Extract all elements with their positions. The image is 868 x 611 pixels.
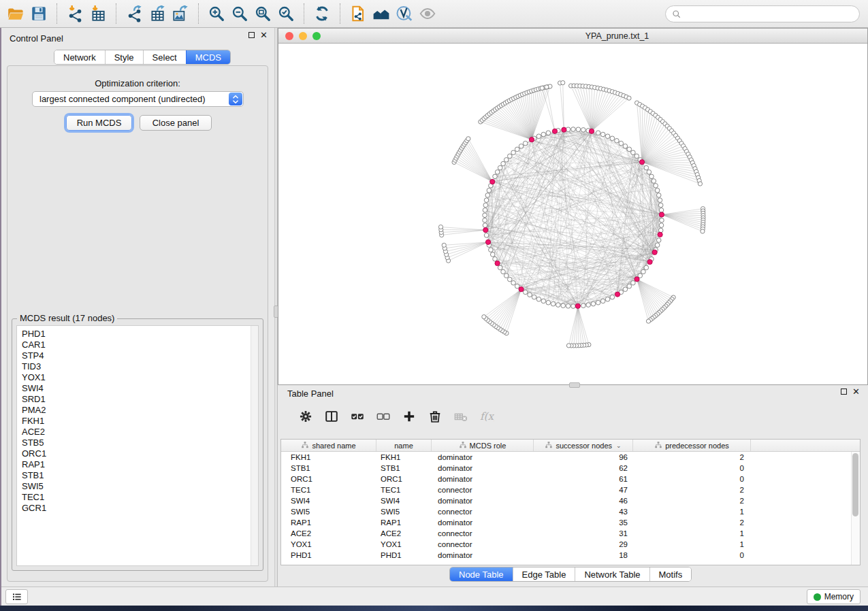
table-settings-gear-icon[interactable] xyxy=(293,407,319,426)
mcds-result-item[interactable]: YOX1 xyxy=(22,372,258,383)
search-input[interactable] xyxy=(685,9,854,19)
add-column-icon[interactable] xyxy=(396,407,422,426)
mcds-result-item[interactable]: SRD1 xyxy=(22,394,258,405)
table-cell: dominator xyxy=(432,463,534,474)
table-row[interactable]: PHD1PHD1dominator180 xyxy=(281,550,860,561)
mcds-result-item[interactable]: SWI4 xyxy=(22,383,258,394)
mcds-result-item[interactable]: GCR1 xyxy=(22,503,258,514)
list-scrollbar[interactable] xyxy=(251,326,258,565)
memory-button[interactable]: Memory xyxy=(807,589,861,604)
mcds-result-item[interactable]: PHD1 xyxy=(22,329,258,340)
zoom-selected-icon[interactable] xyxy=(274,3,298,24)
table-cell: 35 xyxy=(534,517,633,528)
import-network-icon[interactable] xyxy=(63,3,86,24)
mcds-result-item[interactable]: PMA2 xyxy=(22,405,258,416)
tab-select[interactable]: Select xyxy=(143,50,186,64)
run-mcds-button[interactable]: Run MCDS xyxy=(66,115,132,131)
zoom-in-icon[interactable] xyxy=(205,3,228,24)
export-image-icon[interactable] xyxy=(169,3,192,24)
export-table-icon[interactable] xyxy=(146,3,169,24)
table-row[interactable]: STB1STB1dominator620 xyxy=(281,463,860,474)
select-all-icon[interactable] xyxy=(344,407,370,426)
table-row[interactable]: TEC1TEC1connector472 xyxy=(281,484,860,495)
scrollbar-thumb[interactable] xyxy=(852,453,858,516)
open-file-icon[interactable] xyxy=(4,3,27,24)
search-field[interactable] xyxy=(665,5,860,22)
table-cell: 1 xyxy=(633,528,751,539)
save-session-icon[interactable] xyxy=(27,3,50,24)
table-row[interactable]: SWI5SWI5connector431 xyxy=(281,506,860,517)
table-scrollbar[interactable] xyxy=(851,452,860,565)
panel-menu-button[interactable] xyxy=(5,589,28,604)
table-row[interactable]: ACE2ACE2connector311 xyxy=(281,528,860,539)
table-cell: RAP1 xyxy=(376,517,432,528)
table-cell: ACE2 xyxy=(376,528,432,539)
column-header-successor-nodes[interactable]: successor nodes⌄ xyxy=(534,440,633,451)
tab-style[interactable]: Style xyxy=(105,50,143,64)
delete-column-icon[interactable] xyxy=(422,407,448,426)
network-canvas[interactable] xyxy=(278,44,867,384)
network-window-title: YPA_prune.txt_1 xyxy=(278,29,867,44)
zoom-out-icon[interactable] xyxy=(228,3,251,24)
network-overview-icon[interactable] xyxy=(370,3,393,24)
hide-graphics-details-icon[interactable] xyxy=(393,3,416,24)
float-table-panel-icon[interactable] xyxy=(841,389,847,395)
mcds-result-item[interactable]: STP4 xyxy=(22,350,258,361)
sort-chevron-icon[interactable]: ⌄ xyxy=(616,442,622,449)
table-cell: 18 xyxy=(534,550,633,561)
criterion-selected-value: largest connected component (undirected) xyxy=(39,94,206,104)
mcds-result-item[interactable]: TID3 xyxy=(22,361,258,372)
tab-network-table[interactable]: Network Table xyxy=(575,567,649,581)
shared-column-icon xyxy=(545,441,553,450)
mcds-result-item[interactable]: FKH1 xyxy=(22,416,258,427)
network-file-icon[interactable] xyxy=(347,3,370,24)
mcds-result-item[interactable]: SWI5 xyxy=(22,481,258,492)
horizontal-splitter-grip[interactable] xyxy=(569,382,580,388)
export-network-icon[interactable] xyxy=(123,3,146,24)
float-panel-icon[interactable] xyxy=(248,32,255,38)
table-cell: 1 xyxy=(633,539,751,550)
tab-motifs[interactable]: Motifs xyxy=(649,567,692,581)
mcds-result-item[interactable]: RAP1 xyxy=(22,459,258,470)
column-header-MCDS-role[interactable]: MCDS role xyxy=(432,440,534,451)
import-table-icon[interactable] xyxy=(86,3,110,24)
deselect-all-icon[interactable] xyxy=(370,407,396,426)
mcds-result-item[interactable]: ACE2 xyxy=(22,427,258,437)
mcds-result-item[interactable]: TEC1 xyxy=(22,492,258,503)
table-cell: 47 xyxy=(534,484,633,495)
close-panel-icon[interactable]: ✕ xyxy=(260,32,268,38)
optimization-criterion-select[interactable]: largest connected component (undirected) xyxy=(32,91,244,107)
column-header-shared-name[interactable]: shared name xyxy=(281,440,376,451)
table-row[interactable]: SWI4SWI4dominator462 xyxy=(281,495,860,506)
status-bar: Memory xyxy=(0,587,868,606)
table-cell: connector xyxy=(432,528,534,539)
mcds-result-item[interactable]: CAR1 xyxy=(22,340,258,350)
table-cell: ACE2 xyxy=(281,528,376,539)
table-row[interactable]: YOX1YOX1connector291 xyxy=(281,539,860,550)
table-cell: 2 xyxy=(633,484,751,495)
tab-network[interactable]: Network xyxy=(54,50,105,64)
control-panel-tabs: NetworkStyleSelectMCDS xyxy=(54,50,231,65)
table-panel-title: Table Panel xyxy=(287,389,334,399)
table-row[interactable]: RAP1RAP1dominator352 xyxy=(281,517,860,528)
column-header-predecessor-nodes[interactable]: predecessor nodes xyxy=(633,440,751,451)
mcds-result-item[interactable]: STB5 xyxy=(22,437,258,448)
toolbar-separator xyxy=(304,3,304,24)
column-label: predecessor nodes xyxy=(665,442,729,450)
mcds-result-item[interactable]: ORC1 xyxy=(22,448,258,459)
memory-status-icon xyxy=(814,593,821,601)
search-icon xyxy=(671,9,681,19)
close-table-panel-icon[interactable]: ✕ xyxy=(852,389,860,395)
table-row[interactable]: FKH1FKH1dominator962 xyxy=(281,452,860,463)
mcds-result-item[interactable]: STB1 xyxy=(22,470,258,481)
tab-mcds[interactable]: MCDS xyxy=(186,50,230,64)
tab-edge-table[interactable]: Edge Table xyxy=(513,567,575,581)
close-panel-button[interactable]: Close panel xyxy=(140,115,212,131)
zoom-fit-icon[interactable] xyxy=(251,3,274,24)
column-header-name[interactable]: name xyxy=(376,440,432,451)
split-panel-icon[interactable] xyxy=(319,407,344,426)
refresh-icon[interactable] xyxy=(310,3,334,24)
table-row[interactable]: ORC1ORC1dominator610 xyxy=(281,474,860,484)
column-label: shared name xyxy=(312,442,355,450)
tab-node-table[interactable]: Node Table xyxy=(450,567,513,581)
